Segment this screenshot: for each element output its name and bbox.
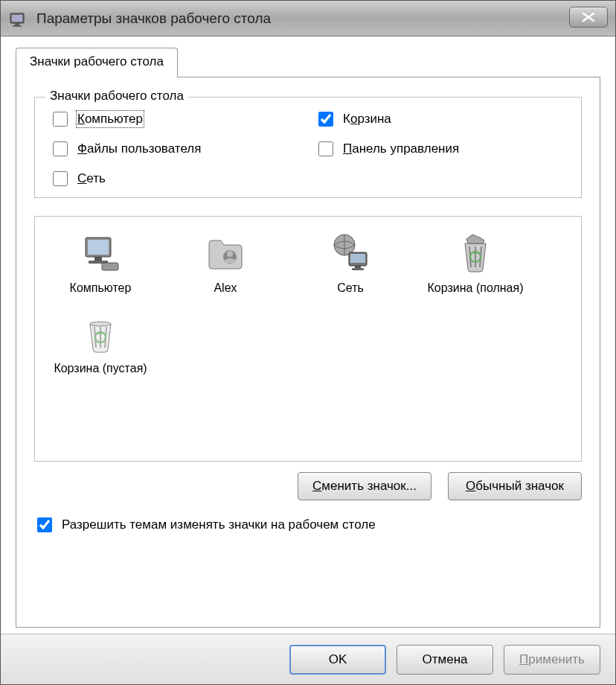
ok-button[interactable]: OK <box>289 645 386 675</box>
icon-item-userfolder[interactable]: Alex <box>173 229 277 296</box>
icon-item-recycle-full[interactable]: Корзина (полная) <box>423 229 527 296</box>
dialog-footer: OK Отмена Применить <box>1 634 615 684</box>
tab-desktop-icons[interactable]: Значки рабочего стола <box>16 48 178 77</box>
checkbox-network-label: Сеть <box>77 171 106 186</box>
checkbox-controlpanel-input[interactable] <box>318 141 333 156</box>
svg-rect-13 <box>350 254 365 263</box>
dialog-window: Параметры значков рабочего стола Значки … <box>0 0 616 685</box>
checkbox-network-input[interactable] <box>53 171 68 186</box>
checkbox-controlpanel-label: Панель управления <box>343 141 459 156</box>
network-icon <box>327 229 374 276</box>
allow-themes-checkbox[interactable]: Разрешить темам изменять значки на рабоч… <box>34 515 582 535</box>
recycle-full-icon <box>452 229 499 276</box>
icon-item-network[interactable]: Сеть <box>298 229 402 296</box>
titlebar: Параметры значков рабочего стола <box>1 1 615 36</box>
window-title: Параметры значков рабочего стола <box>36 10 271 27</box>
recycle-empty-icon <box>77 309 124 357</box>
group-title: Значки рабочего стола <box>45 89 188 103</box>
checkbox-recyclebin-label: Корзина <box>343 112 391 127</box>
icon-label: Alex <box>214 281 237 296</box>
icon-button-row: Сменить значок... Обычный значок <box>34 472 582 500</box>
svg-rect-1 <box>12 15 22 22</box>
svg-rect-8 <box>102 263 118 270</box>
cancel-button[interactable]: Отмена <box>397 645 493 675</box>
client-area: Значки рабочего стола Значки рабочего ст… <box>1 36 615 634</box>
close-button[interactable] <box>569 7 608 28</box>
checkbox-recyclebin-input[interactable] <box>318 112 333 127</box>
svg-point-10 <box>227 251 233 257</box>
apply-button[interactable]: Применить <box>504 645 600 675</box>
checkbox-recyclebin[interactable]: Корзина <box>315 109 566 129</box>
icon-preview-list[interactable]: Компьютер Alex <box>34 216 582 462</box>
checkbox-network[interactable]: Сеть <box>50 169 301 188</box>
checkbox-controlpanel[interactable]: Панель управления <box>315 139 566 159</box>
tab-strip: Значки рабочего стола <box>16 47 600 77</box>
icon-item-computer[interactable]: Компьютер <box>48 229 153 296</box>
svg-point-17 <box>90 322 111 326</box>
checkbox-userfiles-input[interactable] <box>53 141 68 156</box>
checkbox-computer[interactable]: Компьютер <box>50 109 301 129</box>
icon-label: Компьютер <box>70 281 132 296</box>
svg-rect-6 <box>94 257 102 261</box>
checkbox-computer-label: Компьютер <box>77 112 143 127</box>
icon-label: Корзина (полная) <box>428 281 524 296</box>
checkbox-computer-input[interactable] <box>53 112 68 127</box>
allow-themes-label: Разрешить темам изменять значки на рабоч… <box>62 517 376 532</box>
allow-themes-input[interactable] <box>37 517 52 532</box>
computer-icon <box>77 229 124 276</box>
icon-label: Корзина (пустая) <box>54 361 147 376</box>
tab-panel: Значки рабочего стола Компьютер Корзина … <box>16 77 600 628</box>
svg-rect-5 <box>88 240 109 255</box>
checkbox-userfiles[interactable]: Файлы пользователя <box>50 139 301 159</box>
svg-rect-3 <box>13 25 22 27</box>
user-folder-icon <box>202 229 249 276</box>
checkbox-grid: Компьютер Корзина Файлы пользователя Пан… <box>50 109 566 188</box>
change-icon-button[interactable]: Сменить значок... <box>298 472 431 500</box>
svg-rect-15 <box>352 268 364 270</box>
icon-label: Сеть <box>337 281 364 296</box>
app-icon <box>8 8 29 29</box>
desktop-icons-group: Значки рабочего стола Компьютер Корзина … <box>34 97 582 198</box>
icon-item-recycle-empty[interactable]: Корзина (пустая) <box>48 309 153 376</box>
svg-rect-14 <box>355 266 361 268</box>
default-icon-button[interactable]: Обычный значок <box>448 472 582 500</box>
checkbox-userfiles-label: Файлы пользователя <box>77 141 201 156</box>
svg-rect-2 <box>15 23 19 25</box>
